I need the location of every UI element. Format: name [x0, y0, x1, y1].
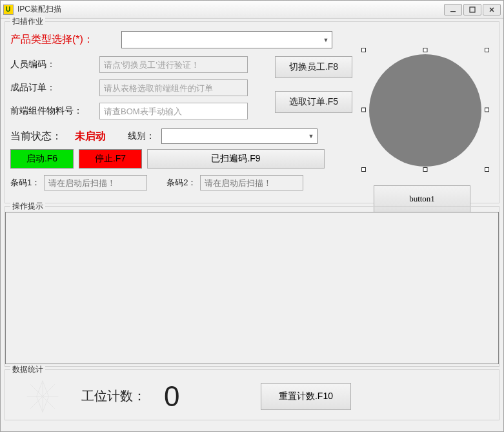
scan-legend: 扫描作业 [10, 16, 45, 27]
maximize-button[interactable] [463, 4, 481, 15]
resize-handle[interactable] [485, 167, 489, 172]
close-button[interactable] [483, 4, 501, 15]
chevron-down-icon: ▼ [320, 32, 332, 48]
status-value: 未启动 [75, 130, 128, 143]
resize-handle[interactable] [485, 108, 489, 112]
svg-rect-0 [450, 11, 456, 12]
svg-line-8 [37, 396, 43, 412]
svg-line-9 [43, 396, 48, 412]
count-label: 工位计数： [81, 387, 146, 405]
staff-code-label: 人员编码： [10, 59, 99, 70]
switch-staff-button[interactable]: 切换员工.F8 [275, 56, 352, 78]
titlebar: IPC装配扫描 [1, 1, 503, 19]
start-button[interactable]: 启动.F6 [10, 149, 74, 169]
scanned-button[interactable]: 已扫遍码.F9 [147, 149, 325, 169]
minimize-button[interactable] [444, 4, 462, 15]
front-material-input[interactable] [99, 103, 248, 119]
barcode1-input[interactable] [44, 175, 147, 190]
barcode2-label: 条码2： [166, 177, 196, 189]
resize-handle[interactable] [485, 48, 489, 52]
resize-handle[interactable] [423, 167, 428, 172]
resize-handle[interactable] [423, 48, 428, 52]
resize-handle[interactable] [361, 48, 366, 52]
chevron-down-icon: ▼ [305, 129, 317, 143]
line-combo[interactable]: ▼ [161, 129, 318, 144]
reset-count-button[interactable]: 重置计数.F10 [261, 383, 351, 410]
starburst-icon [23, 378, 62, 415]
product-type-label: 产品类型选择(*)： [10, 33, 121, 46]
hint-textarea[interactable] [5, 212, 499, 364]
hint-legend: 操作提示 [10, 201, 45, 212]
resize-handle[interactable] [361, 167, 366, 172]
main-window: IPC装配扫描 扫描作业 产品类型选择(*)： ▼ [0, 0, 504, 432]
app-icon [3, 5, 14, 15]
window-title: IPC装配扫描 [17, 4, 444, 15]
product-type-combo[interactable]: ▼ [121, 31, 332, 48]
stats-legend: 数据统计 [10, 364, 45, 375]
stats-fieldset: 数据统计 [5, 369, 499, 420]
staff-code-input[interactable] [99, 56, 248, 73]
product-order-label: 成品订单： [10, 82, 99, 94]
designer-selection[interactable] [363, 50, 487, 170]
select-order-button[interactable]: 选取订单.F5 [275, 91, 352, 113]
line-label: 线别： [128, 130, 155, 142]
count-value: 0 [164, 380, 228, 413]
circle-shape [369, 54, 481, 167]
svg-rect-1 [470, 7, 475, 12]
front-material-label: 前端组件物料号： [10, 105, 99, 117]
product-order-input[interactable] [99, 79, 248, 96]
resize-handle[interactable] [361, 108, 366, 112]
svg-line-7 [43, 380, 48, 396]
svg-line-6 [37, 380, 43, 396]
right-panel: button1 [363, 50, 492, 212]
barcode2-input[interactable] [200, 175, 303, 190]
stop-button[interactable]: 停止.F7 [79, 149, 142, 169]
hint-fieldset: 操作提示 [5, 206, 499, 367]
barcode1-label: 条码1： [10, 177, 40, 189]
status-label: 当前状态： [10, 130, 75, 143]
